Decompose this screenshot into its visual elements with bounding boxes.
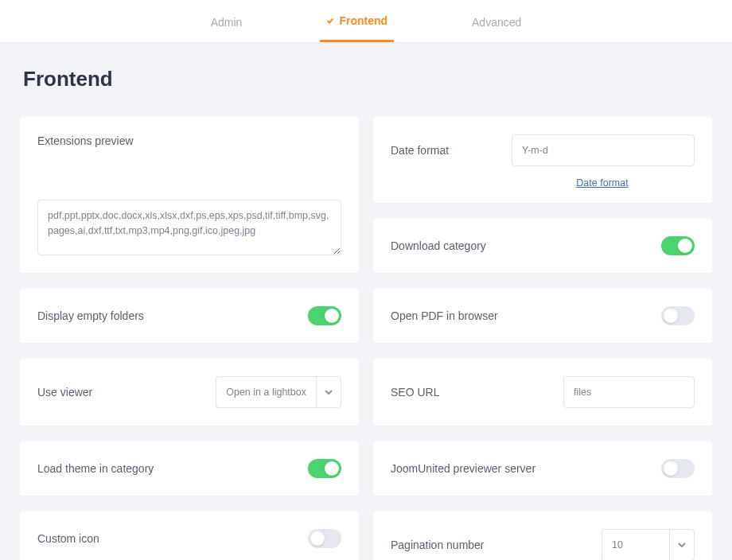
tab-frontend[interactable]: Frontend: [320, 0, 394, 42]
date-format-label: Date format: [391, 144, 449, 157]
pagination-number-value: 10: [602, 529, 669, 560]
display-empty-folders-label: Display empty folders: [37, 309, 144, 322]
load-theme-label: Load theme in category: [37, 462, 154, 475]
load-theme-toggle[interactable]: [308, 459, 341, 478]
custom-icon-toggle[interactable]: [308, 529, 341, 548]
tabs-bar: Admin Frontend Advanced: [0, 0, 732, 43]
settings-grid: Extensions preview Date format Date form…: [20, 117, 712, 560]
display-empty-folders-toggle[interactable]: [308, 306, 341, 325]
chevron-down-icon[interactable]: [316, 376, 341, 408]
custom-icon-label: Custom icon: [37, 532, 99, 545]
tab-frontend-label: Frontend: [339, 14, 387, 27]
card-open-pdf: Open PDF in browser: [373, 289, 712, 343]
download-category-label: Download category: [391, 239, 486, 252]
download-category-toggle[interactable]: [661, 236, 695, 255]
use-viewer-select[interactable]: Open in a lightbox: [216, 376, 341, 408]
card-use-viewer: Use viewer Open in a lightbox: [20, 359, 359, 426]
card-display-empty-folders: Display empty folders: [20, 289, 359, 343]
chevron-down-icon[interactable]: [669, 529, 695, 560]
open-pdf-label: Open PDF in browser: [391, 309, 498, 322]
extensions-preview-input[interactable]: [37, 200, 341, 255]
page-title: Frontend: [23, 67, 712, 91]
extensions-preview-label: Extensions preview: [37, 134, 341, 147]
card-custom-icon: Custom icon: [20, 511, 359, 560]
tab-admin-label: Admin: [211, 16, 243, 29]
card-pagination-number: Pagination number 10: [373, 511, 712, 560]
card-seo-url: SEO URL: [373, 359, 712, 426]
tab-admin[interactable]: Admin: [204, 0, 249, 42]
joom-server-label: JoomUnited previewer server: [391, 462, 535, 475]
pagination-number-select[interactable]: 10: [602, 529, 695, 560]
use-viewer-label: Use viewer: [37, 386, 92, 399]
date-format-input[interactable]: [512, 134, 695, 166]
seo-url-input[interactable]: [563, 376, 695, 408]
page-container: Frontend Extensions preview Date format …: [0, 43, 732, 560]
open-pdf-toggle[interactable]: [661, 306, 695, 325]
pagination-number-label: Pagination number: [391, 539, 485, 551]
seo-url-label: SEO URL: [391, 386, 439, 399]
card-download-category: Download category: [373, 219, 712, 273]
tab-advanced[interactable]: Advanced: [465, 0, 528, 42]
card-date-format: Date format Date format: [373, 117, 712, 203]
card-extensions-preview: Extensions preview: [20, 117, 359, 273]
card-joom-server: JoomUnited previewer server: [373, 441, 712, 496]
joom-server-toggle[interactable]: [661, 459, 695, 478]
date-format-link[interactable]: Date format: [576, 177, 628, 189]
use-viewer-value: Open in a lightbox: [216, 376, 316, 408]
check-icon: [326, 14, 334, 27]
card-load-theme: Load theme in category: [20, 441, 359, 496]
tab-advanced-label: Advanced: [472, 16, 521, 29]
